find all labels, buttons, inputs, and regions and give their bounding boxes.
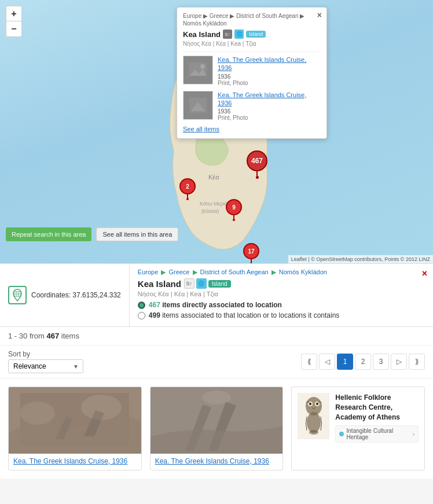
map-marker-17[interactable]: 17 [243, 243, 259, 263]
svg-point-23 [316, 403, 318, 405]
cards-grid: Kea. The Greek Islands Cruise, 1936 Kea.… [0, 378, 433, 479]
popup-type-badge: Island [246, 31, 266, 38]
popup-subtitle: Νήσος Κέα | Κέα | Kea | Τζια [183, 41, 321, 47]
pagination-page-3-button[interactable]: 3 [373, 354, 389, 370]
svg-point-25 [309, 430, 318, 435]
breadcrumb-greece[interactable]: Greece [168, 268, 189, 275]
location-close-button[interactable]: × [422, 268, 427, 279]
svg-point-18 [202, 391, 231, 404]
popup-breadcrumb: Europe ▶ Greece ▶ District of South Aege… [183, 12, 321, 27]
popup-see-all-link[interactable]: See all items [183, 126, 321, 133]
map-marker-9[interactable]: 9 [226, 199, 242, 221]
results-from-label: from [30, 332, 47, 340]
results-from: 1 [8, 332, 12, 340]
sort-label: Sort by [8, 350, 83, 358]
card-image-1 [9, 387, 141, 454]
results-to: 30 [19, 332, 27, 340]
popup-item-thumbnail [183, 91, 213, 120]
card-title-1[interactable]: Kea. The Greek Islands Cruise, 1936 [13, 457, 137, 466]
popup-divider [183, 51, 321, 52]
popup-item: Kea. The Greek Islands Cruise, 1936 1936… [183, 91, 321, 122]
map-pin-icon [8, 286, 27, 304]
pagination-prev-button[interactable]: ◁ [319, 354, 335, 370]
breadcrumb-south-aegean[interactable]: District of South Aegean [200, 268, 269, 275]
svg-point-22 [309, 403, 311, 405]
assoc-count: 499 [149, 311, 160, 319]
coordinates-panel: Coordinates: 37.6135,24.332 [0, 264, 130, 326]
toolbar: Sort by Relevance Date Title Creator ▼ ⟪… [0, 345, 433, 378]
popup-s-icon: S↑ [223, 30, 232, 39]
card-title-2[interactable]: Kea. The Greek Islands Cruise, 1936 [155, 457, 278, 466]
popup-item-meta: Print, Photo [218, 80, 321, 86]
map-zoom-controls: + − [6, 6, 22, 37]
results-total: 467 [47, 332, 60, 340]
zoom-in-button[interactable]: + [6, 6, 21, 21]
zoom-out-button[interactable]: − [6, 21, 21, 36]
popup-item-content: Kea. The Greek Islands Cruise, 1936 1936… [218, 56, 321, 86]
breadcrumb-kykladon[interactable]: Nomós Kykládon [279, 268, 327, 275]
svg-text:Κέα: Κέα [208, 174, 219, 181]
result-card-1[interactable]: Kea. The Greek Islands Cruise, 1936 [8, 387, 142, 470]
map-popup: × Europe ▶ Greece ▶ District of South Ae… [177, 7, 327, 139]
popup-close-button[interactable]: × [317, 10, 322, 20]
map-container: Κέα Κάτω Μεριά (Κίσσα) + − × Europe ▶ Gr… [0, 0, 433, 263]
popup-item-year: 1936 [218, 108, 321, 115]
location-globe-icon: 🌐 [196, 278, 207, 289]
heritage-badge-label: Intangible Cultural Heritage [347, 428, 410, 440]
radio-assoc[interactable] [138, 312, 145, 319]
heritage-badge: Intangible Cultural Heritage › [335, 425, 419, 443]
card-body-2: Kea. The Greek Islands Cruise, 1936 [151, 454, 283, 470]
heritage-logo [298, 393, 329, 439]
radio-assoc-row: 499 items associated to that location or… [138, 311, 425, 319]
radio-direct-label[interactable]: 467 items directly associated to locatio… [149, 301, 282, 309]
see-all-area-button[interactable]: See all items in this area [96, 227, 178, 241]
map-footer-buttons: Repeat search in this area See all items… [6, 227, 178, 241]
svg-point-14 [20, 402, 55, 425]
location-info-panel: × Europe ▶ Greece ▶ District of South Ae… [130, 264, 433, 326]
card-image-2 [151, 387, 283, 454]
heritage-card-top: Hellenic Folklore Research Centre, Acade… [292, 387, 424, 448]
popup-item-title[interactable]: Kea. The Greek Islands Cruise, 1936 [218, 91, 321, 108]
result-card-heritage[interactable]: Hellenic Folklore Research Centre, Acade… [291, 387, 425, 470]
popup-globe-icon: 🌐 [234, 30, 244, 39]
popup-item-title[interactable]: Kea. The Greek Islands Cruise, 1936 [218, 56, 321, 72]
popup-item-meta: Print, Photo [218, 115, 321, 121]
location-title: Kea Island [138, 279, 181, 289]
direct-label: items directly associated to location [162, 301, 282, 309]
breadcrumb-europe[interactable]: Europe [138, 268, 158, 275]
pagination-next-button[interactable]: ▷ [391, 354, 407, 370]
pagination-last-button[interactable]: ⟫ [409, 354, 425, 370]
assoc-label: items associated to that location or to … [162, 311, 339, 319]
pagination-page-2-button[interactable]: 2 [355, 354, 371, 370]
location-alternative-names: Νήσος Κέα | Κέα | Kea | Τζια [138, 290, 425, 297]
location-bar: Coordinates: 37.6135,24.332 × Europe ▶ G… [0, 264, 433, 327]
radio-direct[interactable] [138, 301, 145, 309]
card-body-1: Kea. The Greek Islands Cruise, 1936 [9, 454, 141, 470]
bottom-section: Coordinates: 37.6135,24.332 × Europe ▶ G… [0, 263, 433, 479]
radio-assoc-label[interactable]: 499 items associated to that location or… [149, 311, 340, 319]
map-marker-2[interactable]: 2 [179, 178, 196, 200]
popup-item-content: Kea. The Greek Islands Cruise, 1936 1936… [218, 91, 321, 122]
heritage-badge-dot [339, 432, 343, 436]
pagination-first-button[interactable]: ⟪ [301, 354, 317, 370]
location-icons: S↑ 🌐 Island [184, 278, 231, 289]
results-items-label: items [61, 332, 79, 340]
result-card-2[interactable]: Kea. The Greek Islands Cruise, 1936 [150, 387, 284, 470]
heritage-org-name: Hellenic Folklore Research Centre, Acade… [335, 393, 419, 422]
pagination-page-1-button[interactable]: 1 [337, 354, 353, 370]
breadcrumb-arrow: ▶ [161, 268, 166, 275]
map-attribution: Leaflet | © OpenStreetMap contributors, … [288, 255, 433, 263]
popup-item: Kea. The Greek Islands Cruise, 1936 1936… [183, 56, 321, 86]
direct-count: 467 [149, 301, 160, 309]
heritage-badge-arrow: › [413, 431, 414, 437]
sort-wrapper: Relevance Date Title Creator ▼ [8, 359, 83, 373]
heritage-info: Hellenic Folklore Research Centre, Acade… [335, 393, 419, 443]
pagination: ⟪ ◁ 1 2 3 ▷ ⟫ [301, 354, 425, 370]
map-marker-467[interactable]: 467 [247, 150, 267, 179]
location-title-row: Kea Island S↑ 🌐 Island [138, 278, 425, 289]
repeat-search-button[interactable]: Repeat search in this area [6, 227, 91, 241]
breadcrumb-arrow: ▶ [193, 268, 197, 275]
popup-item-year: 1936 [218, 73, 321, 80]
sort-select[interactable]: Relevance Date Title Creator [8, 359, 83, 373]
results-bar: 1 - 30 from 467 items [0, 327, 433, 345]
